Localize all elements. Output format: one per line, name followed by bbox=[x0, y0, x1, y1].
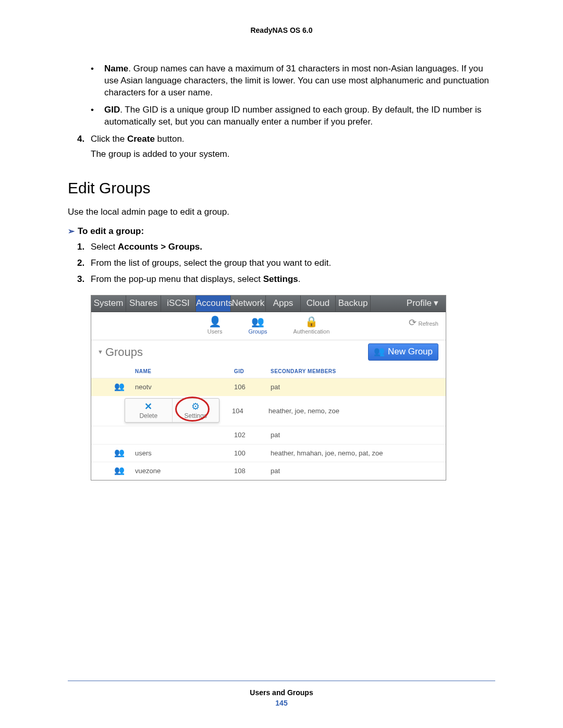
refresh-button[interactable]: ⟳ Refresh bbox=[409, 316, 438, 329]
group-icon: 👥 bbox=[248, 316, 267, 327]
table-header-row: Name GID Secondary Members bbox=[91, 365, 446, 378]
tab-network[interactable]: Network bbox=[231, 295, 266, 312]
tab-backup[interactable]: Backup bbox=[336, 295, 371, 312]
step-4-pre: Click the bbox=[91, 134, 127, 144]
cell-name: neotv bbox=[133, 378, 232, 396]
toolbar-users-label: Users bbox=[207, 328, 223, 335]
step-3-bold: Settings bbox=[263, 274, 298, 284]
cell-members: heather, joe, nemo, zoe bbox=[268, 396, 446, 426]
gear-icon: ⚙ bbox=[173, 402, 219, 411]
refresh-icon: ⟳ bbox=[409, 317, 417, 328]
cell-gid: 104 bbox=[232, 396, 268, 426]
toolbar-groups[interactable]: 👥 Groups bbox=[248, 316, 267, 336]
refresh-label: Refresh bbox=[418, 320, 438, 327]
row-popup: ✕ Delete ⚙ Settings bbox=[125, 398, 219, 423]
step-2-num: 2. bbox=[77, 257, 91, 269]
popup-delete[interactable]: ✕ Delete bbox=[125, 399, 172, 422]
profile-label: Profile bbox=[407, 298, 432, 310]
accounts-toolbar: 👤 Users 👥 Groups 🔒 Authentication ⟳ Refr… bbox=[91, 312, 446, 340]
cell-members: pat bbox=[268, 426, 446, 445]
topnav: System Shares iSCSI Accounts Network App… bbox=[91, 295, 446, 312]
groups-header: ▼ Groups 👥 New Group bbox=[91, 340, 446, 365]
bullet-name: Name. Group names can have a maximum of … bbox=[89, 63, 495, 99]
step-3-pre: From the pop-up menu that displays, sele… bbox=[91, 274, 263, 284]
cell-members: pat bbox=[268, 462, 446, 480]
tab-iscsi[interactable]: iSCSI bbox=[161, 295, 196, 312]
bullet-gid: GID. The GID is a unique group ID number… bbox=[89, 104, 495, 128]
step-1-num: 1. bbox=[77, 241, 91, 253]
cell-members: pat bbox=[268, 378, 446, 396]
admin-screenshot: System Shares iSCSI Accounts Network App… bbox=[91, 295, 446, 480]
step-4-bold: Create bbox=[127, 134, 155, 144]
user-icon: 👤 bbox=[207, 316, 223, 327]
table-row[interactable]: 👥 neotv 106 pat bbox=[91, 378, 446, 396]
groups-table: Name GID Secondary Members 👥 neotv 106 p… bbox=[91, 365, 446, 480]
caret-icon: ➢ bbox=[68, 227, 75, 236]
toolbar-auth-label: Authentication bbox=[293, 328, 330, 335]
profile-menu[interactable]: Profile ▾ bbox=[399, 295, 446, 312]
cell-gid: 100 bbox=[232, 444, 268, 462]
tab-system[interactable]: System bbox=[91, 295, 126, 312]
footer-section: Users and Groups bbox=[0, 688, 563, 697]
collapse-icon[interactable]: ▼ bbox=[97, 348, 103, 356]
cell-name: vuezone bbox=[133, 462, 232, 480]
bullet-name-text: . Group names can have a maximum of 31 c… bbox=[104, 64, 489, 97]
chevron-down-icon: ▾ bbox=[434, 298, 438, 310]
group-row-icon: 👥 bbox=[114, 382, 125, 391]
step-2: 2. From the list of groups, select the g… bbox=[77, 257, 495, 269]
col-members[interactable]: Secondary Members bbox=[268, 365, 446, 378]
step-4-post: button. bbox=[155, 134, 185, 144]
step-3: 3. From the pop-up menu that displays, s… bbox=[77, 274, 495, 286]
table-row[interactable]: ✕ Delete ⚙ Settings 104 heather, joe, ne… bbox=[91, 396, 446, 426]
lock-icon: 🔒 bbox=[293, 316, 330, 327]
cell-gid: 106 bbox=[232, 378, 268, 396]
step-1-bold: Accounts > Groups. bbox=[118, 242, 202, 252]
step-3-num: 3. bbox=[77, 274, 91, 286]
page-header: ReadyNAS OS 6.0 bbox=[68, 26, 495, 34]
step-4-result: The group is added to your system. bbox=[91, 149, 495, 161]
tab-apps[interactable]: Apps bbox=[266, 295, 301, 312]
tab-cloud[interactable]: Cloud bbox=[301, 295, 336, 312]
toolbar-groups-label: Groups bbox=[248, 328, 267, 335]
step-1-pre: Select bbox=[91, 242, 118, 252]
step-4-num: 4. bbox=[77, 133, 91, 145]
procedure-heading: ➢To edit a group: bbox=[68, 226, 495, 238]
step-1: 1. Select Accounts > Groups. bbox=[77, 241, 495, 253]
table-row[interactable]: 102 pat bbox=[91, 426, 446, 445]
toolbar-users[interactable]: 👤 Users bbox=[207, 316, 223, 336]
procedure-title: To edit a group: bbox=[78, 226, 144, 236]
new-group-button[interactable]: 👥 New Group bbox=[368, 343, 438, 361]
delete-icon: ✕ bbox=[125, 402, 172, 411]
step-4: 4. Click the Create button. bbox=[77, 133, 495, 145]
cell-gid: 102 bbox=[232, 426, 268, 445]
bullet-gid-text: . The GID is a unique group ID number as… bbox=[104, 105, 482, 127]
table-row[interactable]: 👥 vuezone 108 pat bbox=[91, 462, 446, 480]
table-row[interactable]: 👥 users 100 heather, hmahan, joe, nemo, … bbox=[91, 444, 446, 462]
cell-gid: 108 bbox=[232, 462, 268, 480]
step-2-text: From the list of groups, select the grou… bbox=[91, 257, 495, 269]
col-name[interactable]: Name bbox=[133, 365, 232, 378]
bullet-name-lead: Name bbox=[104, 64, 128, 73]
group-row-icon: 👥 bbox=[114, 466, 125, 475]
cell-name: users bbox=[133, 444, 232, 462]
popup-delete-label: Delete bbox=[139, 412, 157, 419]
tab-accounts[interactable]: Accounts bbox=[196, 295, 231, 312]
toolbar-auth[interactable]: 🔒 Authentication bbox=[293, 316, 330, 336]
step-3-post: . bbox=[298, 274, 301, 284]
section-heading: Edit Groups bbox=[68, 179, 495, 197]
groups-title: Groups bbox=[105, 344, 143, 360]
cell-members: heather, hmahan, joe, nemo, pat, zoe bbox=[268, 444, 446, 462]
new-group-label: New Group bbox=[388, 346, 433, 358]
footer-page: 145 bbox=[0, 699, 563, 707]
page-footer: Users and Groups 145 bbox=[0, 681, 563, 707]
popup-settings[interactable]: ⚙ Settings bbox=[172, 399, 219, 422]
tab-shares[interactable]: Shares bbox=[126, 295, 161, 312]
group-row-icon: 👥 bbox=[114, 449, 125, 457]
plus-group-icon: 👥 bbox=[374, 346, 385, 358]
popup-settings-label: Settings bbox=[185, 412, 207, 419]
section-intro: Use the local admin page to edit a group… bbox=[68, 206, 495, 218]
bullet-gid-lead: GID bbox=[104, 105, 120, 115]
col-gid[interactable]: GID bbox=[232, 365, 268, 378]
